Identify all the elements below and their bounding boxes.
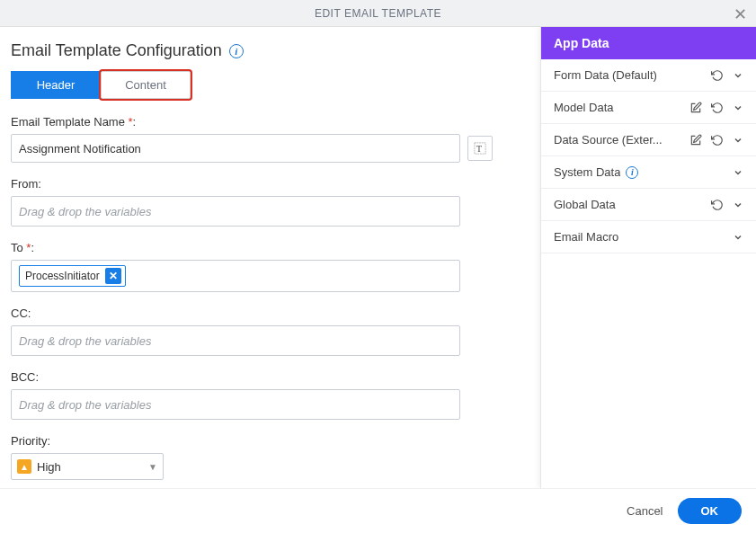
main-area: Email Template Configuration i Header Co… xyxy=(0,27,756,488)
input-template-name[interactable] xyxy=(11,134,460,163)
chevron-down-icon xyxy=(733,167,743,178)
priority-value: High xyxy=(37,460,61,474)
appdata-item-model[interactable]: Model Data xyxy=(541,92,756,124)
chevron-down-icon xyxy=(733,200,743,210)
refresh-icon[interactable] xyxy=(711,199,724,211)
input-to[interactable]: ProcessInitiator ✕ xyxy=(11,260,460,292)
select-priority[interactable]: ▲ High ▼ xyxy=(11,453,164,480)
label-cc: CC: xyxy=(11,306,529,320)
ok-button[interactable]: OK xyxy=(678,498,743,524)
dialog-header: EDIT EMAIL TEMPLATE ✕ xyxy=(0,0,756,27)
field-from: From: Drag & drop the variables xyxy=(11,177,529,227)
appdata-label: Email Macro xyxy=(554,230,733,244)
chevron-down-icon xyxy=(733,102,743,113)
input-bcc[interactable]: Drag & drop the variables xyxy=(11,389,460,420)
text-helper-icon[interactable]: T xyxy=(467,136,493,161)
refresh-icon[interactable] xyxy=(711,102,724,114)
edit-icon[interactable] xyxy=(689,134,702,147)
chip-label: ProcessInitiator xyxy=(25,270,100,282)
appdata-item-global[interactable]: Global Data xyxy=(541,189,756,221)
tab-header[interactable]: Header xyxy=(11,71,101,99)
label-priority: Priority: xyxy=(11,434,529,448)
appdata-item-datasource[interactable]: Data Source (Exter... xyxy=(541,124,756,156)
dialog-footer: Cancel OK xyxy=(0,488,756,533)
chevron-down-icon xyxy=(733,70,743,81)
appdata-label: System Data xyxy=(554,165,620,179)
info-icon[interactable]: i xyxy=(229,44,244,58)
tabs: Header Content xyxy=(11,71,529,99)
placeholder-from: Drag & drop the variables xyxy=(19,205,151,218)
appdata-label: Global Data xyxy=(554,198,711,211)
label-from: From: xyxy=(11,177,529,191)
field-priority: Priority: ▲ High ▼ xyxy=(11,434,529,480)
appdata-item-form[interactable]: Form Data (Default) xyxy=(541,59,756,92)
edit-icon[interactable] xyxy=(689,102,702,114)
input-cc[interactable]: Drag & drop the variables xyxy=(11,325,460,356)
appdata-label: Form Data (Default) xyxy=(554,68,711,82)
svg-text:T: T xyxy=(476,144,483,154)
placeholder-bcc: Drag & drop the variables xyxy=(19,398,151,412)
field-cc: CC: Drag & drop the variables xyxy=(11,306,529,356)
label-template-name: Email Template Name *: xyxy=(11,115,529,129)
tab-content[interactable]: Content xyxy=(101,71,191,99)
chevron-down-icon xyxy=(733,135,743,146)
cancel-button[interactable]: Cancel xyxy=(627,504,663,518)
chevron-down-icon: ▼ xyxy=(148,462,157,472)
info-icon[interactable]: i xyxy=(626,166,638,179)
appdata-label: Model Data xyxy=(554,101,689,114)
close-icon[interactable]: ✕ xyxy=(734,4,747,24)
appdata-item-macro[interactable]: Email Macro xyxy=(541,221,756,253)
priority-high-icon: ▲ xyxy=(17,459,31,474)
required-marker: * xyxy=(129,115,133,129)
field-bcc: BCC: Drag & drop the variables xyxy=(11,370,529,420)
placeholder-cc: Drag & drop the variables xyxy=(19,334,151,348)
required-marker: * xyxy=(26,241,31,254)
appdata-item-system[interactable]: System Data i xyxy=(541,156,756,189)
input-from[interactable]: Drag & drop the variables xyxy=(11,196,460,227)
chip-processinitiator: ProcessInitiator ✕ xyxy=(19,265,126,287)
chip-remove-icon[interactable]: ✕ xyxy=(105,268,121,284)
appdata-panel: App Data Form Data (Default) Model Data … xyxy=(540,27,756,488)
appdata-label: Data Source (Exter... xyxy=(554,133,689,147)
refresh-icon[interactable] xyxy=(711,69,724,82)
chevron-down-icon xyxy=(733,232,743,243)
left-panel: Email Template Configuration i Header Co… xyxy=(0,27,540,488)
dialog-title: EDIT EMAIL TEMPLATE xyxy=(315,7,441,20)
label-bcc: BCC: xyxy=(11,370,529,384)
field-to: To *: ProcessInitiator ✕ xyxy=(11,241,529,292)
label-to: To *: xyxy=(11,241,529,254)
section-title: Email Template Configuration i xyxy=(11,41,529,60)
refresh-icon[interactable] xyxy=(711,134,724,147)
appdata-header: App Data xyxy=(541,27,756,59)
field-template-name: Email Template Name *: T xyxy=(11,115,529,163)
section-title-text: Email Template Configuration xyxy=(11,41,222,60)
